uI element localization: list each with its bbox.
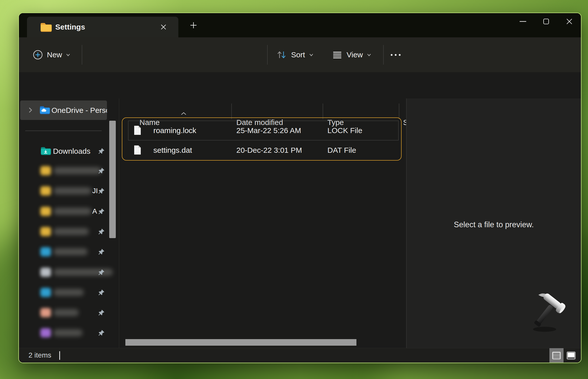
tab-settings[interactable]: Settings (27, 17, 178, 37)
redacted-folder-icon (40, 227, 51, 236)
sort-icon (276, 49, 287, 61)
thumbnail-view-button[interactable] (565, 348, 578, 363)
pin-icon (98, 167, 105, 174)
file-icon (134, 145, 141, 155)
item-count: 2 items (29, 351, 51, 359)
tab-close-icon[interactable] (157, 21, 170, 33)
new-button-label: New (47, 50, 62, 59)
sidebar-item-redacted[interactable] (20, 265, 114, 280)
file-type: DAT File (327, 146, 356, 155)
sidebar-item-redacted[interactable] (20, 285, 114, 300)
redacted-label (53, 208, 91, 215)
sort-button-label: Sort (291, 50, 305, 59)
details-view-icon (552, 351, 561, 360)
redacted-label-suffix: JI (92, 187, 98, 195)
redacted-folder-icon (40, 207, 51, 216)
new-button[interactable]: New (30, 45, 73, 64)
ellipsis-icon (391, 54, 401, 56)
pin-icon (98, 228, 105, 235)
sort-button[interactable]: Sort (276, 37, 314, 72)
thumbnail-view-icon (566, 351, 576, 360)
command-toolbar: New (19, 37, 581, 72)
horizontal-scrollbar[interactable] (125, 339, 356, 346)
hammer-cursor-graphic (526, 291, 574, 339)
minimize-button[interactable] (511, 13, 535, 30)
pin-icon (98, 147, 105, 155)
onedrive-folder-icon (39, 106, 50, 114)
sidebar-item-redacted[interactable] (20, 306, 114, 320)
sidebar-item-redacted[interactable] (20, 326, 114, 340)
folder-icon (40, 22, 52, 32)
column-separator[interactable] (231, 104, 232, 119)
pin-icon (98, 208, 105, 215)
sidebar-divider (25, 131, 102, 131)
file-name: settings.dat (153, 146, 192, 155)
sidebar-item-redacted[interactable]: A (20, 204, 114, 219)
redacted-label (53, 248, 88, 255)
maximize-button[interactable] (535, 13, 558, 30)
pane-separator (119, 98, 119, 348)
sort-ascending-icon[interactable] (180, 112, 187, 116)
plus-circle-icon (32, 49, 43, 60)
file-row-settings-dat[interactable]: settings.dat 20-Dec-22 3:01 PM DAT File (128, 140, 399, 160)
navigation-pane: OneDrive - Perso Downloads JIA (19, 98, 120, 348)
sidebar-item-redacted[interactable]: JI (20, 184, 114, 198)
file-icon (134, 125, 141, 135)
redacted-folder-icon (40, 166, 51, 175)
chevron-down-icon (309, 52, 314, 57)
status-divider (59, 351, 60, 360)
file-name: roaming.lock (153, 126, 196, 135)
downloads-folder-icon (40, 146, 51, 155)
pin-icon (98, 187, 105, 194)
redacted-label (53, 289, 84, 296)
view-button-label: View (347, 50, 363, 59)
more-options-button[interactable] (391, 37, 401, 72)
sidebar-item-label: OneDrive - Perso (51, 106, 107, 115)
chevron-right-icon[interactable] (27, 107, 34, 114)
file-date-modified: 25-Mar-22 5:26 AM (236, 126, 301, 135)
redacted-folder-icon (40, 268, 51, 277)
column-header-size[interactable]: S (403, 118, 406, 127)
sidebar-item-downloads[interactable]: Downloads (20, 144, 114, 159)
navigation-bar: « Microsoft.Windows.ContentDelive... Set… (19, 72, 581, 98)
redacted-folder-icon (40, 247, 51, 256)
window-controls (511, 13, 581, 31)
pin-icon (98, 289, 105, 296)
redacted-label (53, 329, 82, 336)
toolbar-divider (383, 45, 384, 65)
redacted-folder-icon (40, 328, 51, 337)
redacted-folder-icon (40, 308, 51, 317)
file-row-roaming-lock[interactable]: roaming.lock 25-Mar-22 5:26 AM LOCK File (128, 121, 399, 140)
explorer-content: OneDrive - Perso Downloads JIA (19, 98, 581, 348)
status-bar: 2 items (19, 348, 581, 363)
column-separator[interactable] (323, 104, 323, 119)
file-explorer-window: Settings New (19, 13, 581, 363)
tab-title: Settings (55, 23, 85, 31)
sidebar-item-redacted[interactable] (20, 164, 114, 178)
close-button[interactable] (558, 13, 581, 30)
title-bar: Settings (19, 13, 581, 37)
pin-icon (98, 248, 105, 255)
pin-icon (98, 329, 105, 336)
column-separator[interactable] (399, 104, 399, 119)
chevron-down-icon (66, 52, 71, 57)
preview-empty-message: Select a file to preview. (407, 220, 581, 229)
redacted-folder-icon (40, 186, 51, 195)
pin-icon (98, 309, 105, 316)
redacted-label (53, 228, 89, 235)
sidebar-scrollbar[interactable] (109, 121, 116, 238)
sidebar-item-redacted[interactable] (20, 224, 114, 239)
redacted-label-suffix: A (92, 207, 97, 215)
redacted-label (53, 309, 79, 316)
redacted-folder-icon (40, 288, 51, 297)
sidebar-item-onedrive[interactable]: OneDrive - Perso (20, 100, 107, 120)
details-view-button[interactable] (549, 348, 564, 363)
new-tab-button[interactable] (187, 19, 200, 31)
sidebar-item-redacted[interactable] (20, 245, 114, 259)
pin-icon (98, 269, 105, 276)
toolbar-divider (82, 45, 82, 65)
view-list-icon (332, 50, 343, 60)
file-type: LOCK File (327, 126, 362, 135)
view-button[interactable]: View (332, 37, 372, 72)
chevron-down-icon (367, 52, 372, 57)
